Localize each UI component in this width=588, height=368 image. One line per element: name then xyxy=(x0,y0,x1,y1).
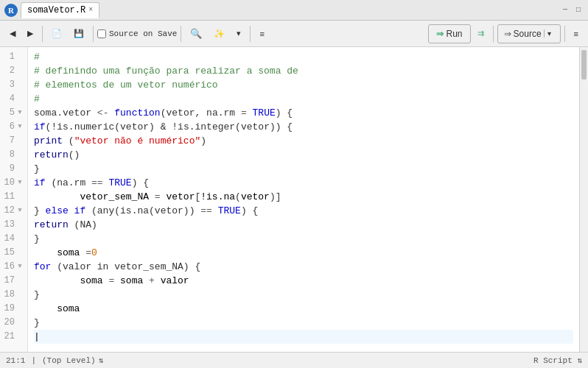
list-icon: ≡ xyxy=(259,29,264,38)
file-tab[interactable]: somaVetor.R × xyxy=(21,2,99,18)
line-number-2: 2 xyxy=(0,64,27,78)
line-number-7: 7 xyxy=(0,134,27,148)
chevron-down-icon: ▾ xyxy=(237,29,241,38)
line-number-9: 9 xyxy=(0,162,27,176)
source-button[interactable]: ⇒ Source ▾ xyxy=(497,24,561,43)
sep-1 xyxy=(42,26,43,42)
code-line-14: } xyxy=(34,232,573,246)
line-number-16: 16▼ xyxy=(0,260,27,274)
line-num-value: 3 xyxy=(10,78,15,92)
run-label: Run xyxy=(447,29,463,39)
run-arrow-icon: ⇒ xyxy=(436,29,444,39)
line-num-value: 21 xyxy=(4,330,15,344)
line-num-value: 2 xyxy=(10,64,15,78)
line-num-value: 7 xyxy=(10,134,15,148)
options-lines-icon: ≡ xyxy=(574,29,578,38)
line-num-value: 13 xyxy=(4,218,15,232)
rerun-icon: ⇉ xyxy=(477,29,484,38)
back-icon: ◀ xyxy=(10,29,15,38)
r-logo: R xyxy=(4,4,18,17)
line-numbers: 12345▼6▼78910▼1112▼13141516▼1718192021 xyxy=(0,47,28,352)
code-line-2: # definindo uma função para realizar a s… xyxy=(34,64,573,78)
line-number-5: 5▼ xyxy=(0,106,27,120)
code-level: (Top Level) xyxy=(42,356,96,365)
cursor-position: 21:1 xyxy=(6,356,25,365)
fold-arrow-16[interactable]: ▼ xyxy=(17,260,23,274)
line-num-value: 6 xyxy=(10,120,15,134)
line-num-value: 12 xyxy=(4,204,15,218)
line-number-19: 19 xyxy=(0,302,27,316)
line-number-18: 18 xyxy=(0,288,27,302)
cursor xyxy=(34,330,40,344)
line-num-value: 20 xyxy=(4,316,15,330)
list-icon-button[interactable]: ≡ xyxy=(254,24,269,43)
new-script-icon: 📄 xyxy=(52,29,62,38)
code-line-17: soma = soma + valor xyxy=(34,274,573,288)
line-number-12: 12▼ xyxy=(0,204,27,218)
code-line-18: } xyxy=(34,288,573,302)
line-num-value: 14 xyxy=(4,232,15,246)
line-number-21: 21 xyxy=(0,330,27,344)
status-sep: | xyxy=(31,356,36,365)
source-arrow-icon: ⇒ xyxy=(504,29,511,39)
source-label: Source xyxy=(514,29,542,39)
forward-button[interactable]: ▶ xyxy=(22,24,38,43)
code-line-12: } else if (any(is.na(vetor)) == TRUE) { xyxy=(34,204,573,218)
fold-arrow-12[interactable]: ▼ xyxy=(17,204,23,218)
magnify-icon: 🔍 xyxy=(190,28,202,39)
fold-arrow-10[interactable]: ▼ xyxy=(17,176,23,190)
file-type-arrow-icon[interactable]: ⇅ xyxy=(577,356,582,365)
source-on-save-checkbox[interactable]: Source on Save xyxy=(97,29,177,38)
line-number-14: 14 xyxy=(0,232,27,246)
code-line-19: soma xyxy=(34,302,573,316)
rerun-button[interactable]: ⇉ xyxy=(472,24,489,43)
scrollbar-thumb[interactable] xyxy=(581,50,587,79)
toolbar: ◀ ▶ 📄 💾 Source on Save 🔍 ✨ ▾ ≡ ⇒ Run ⇉ ⇒… xyxy=(0,21,588,47)
line-num-value: 1 xyxy=(10,50,15,64)
code-line-1: # xyxy=(34,50,573,64)
forward-icon: ▶ xyxy=(27,29,33,38)
file-type-label: R Script xyxy=(533,356,573,365)
line-number-3: 3 xyxy=(0,78,27,92)
run-button[interactable]: ⇒ Run xyxy=(428,24,471,43)
line-number-1: 1 xyxy=(0,50,27,64)
vertical-scrollbar[interactable] xyxy=(579,47,588,352)
line-num-value: 15 xyxy=(4,246,15,260)
source-dropdown-icon[interactable]: ▾ xyxy=(544,29,554,38)
line-number-11: 11 xyxy=(0,190,27,204)
level-arrow-icon[interactable]: ⇅ xyxy=(99,355,104,365)
line-num-value: 16 xyxy=(4,260,15,274)
code-line-9: } xyxy=(34,162,573,176)
code-line-6: if(!is.numeric(vetor) & !is.integer(veto… xyxy=(34,120,573,134)
maximize-button[interactable]: □ xyxy=(573,4,584,15)
line-number-20: 20 xyxy=(0,316,27,330)
save-button[interactable]: 💾 xyxy=(69,24,89,43)
wand-button[interactable]: ✨ xyxy=(209,24,230,43)
source-on-save-input[interactable] xyxy=(97,29,106,38)
code-line-20: } xyxy=(34,316,573,330)
code-line-8: return() xyxy=(34,148,573,162)
line-number-17: 17 xyxy=(0,274,27,288)
sep-3 xyxy=(181,26,181,42)
minimize-button[interactable]: ─ xyxy=(560,4,570,15)
options-button[interactable]: ≡ xyxy=(569,24,584,43)
save-icon: 💾 xyxy=(74,29,84,38)
wand-dropdown[interactable]: ▾ xyxy=(231,24,246,43)
code-line-3: # elementos de um vetor numérico xyxy=(34,78,573,92)
line-num-value: 9 xyxy=(10,162,15,176)
code-line-15: soma = 0 xyxy=(34,246,573,260)
sep-5 xyxy=(493,26,494,42)
code-line-16: for (valor in vetor_sem_NA) { xyxy=(34,260,573,274)
fold-arrow-6[interactable]: ▼ xyxy=(17,120,23,134)
line-number-6: 6▼ xyxy=(0,120,27,134)
line-number-4: 4 xyxy=(0,92,27,106)
tab-close-icon[interactable]: × xyxy=(88,6,93,14)
editor-container: 12345▼6▼78910▼1112▼13141516▼1718192021 #… xyxy=(0,47,588,352)
code-area[interactable]: ## definindo uma função para realizar a … xyxy=(28,47,579,352)
fold-arrow-5[interactable]: ▼ xyxy=(17,106,23,120)
search-button[interactable]: 🔍 xyxy=(185,24,207,43)
code-line-4: # xyxy=(34,92,573,106)
new-script-button[interactable]: 📄 xyxy=(46,24,67,43)
back-button[interactable]: ◀ xyxy=(4,24,21,43)
file-type-indicator[interactable]: R Script ⇅ xyxy=(533,355,582,365)
